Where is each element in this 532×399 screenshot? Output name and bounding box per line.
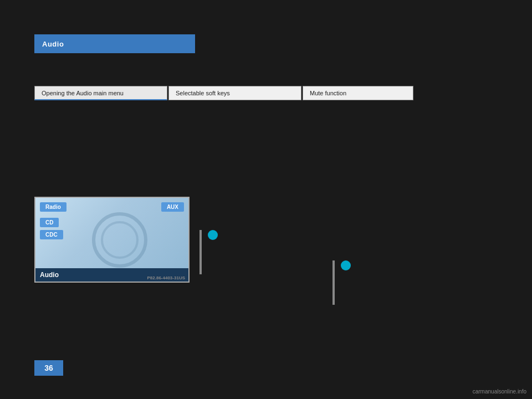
page-number-badge: 36: [34, 360, 63, 376]
section-header: Audio: [34, 34, 195, 53]
tab-opening-audio-main-menu[interactable]: Opening the Audio main menu: [34, 86, 167, 100]
car-display-screen: Radio AUX CD CDC Audio P82.86-4403-31US: [34, 197, 190, 283]
section-title: Audio: [42, 40, 64, 48]
display-cdc-button[interactable]: CDC: [40, 230, 63, 239]
tab-selectable-soft-keys[interactable]: Selectable soft keys: [168, 86, 301, 100]
watermark: carmanualsonline.info: [473, 388, 526, 395]
speaker-watermark: [92, 212, 147, 268]
tab-mute-function[interactable]: Mute function: [303, 86, 413, 100]
indicator-dot-1: [208, 230, 218, 240]
display-cd-button[interactable]: CD: [40, 218, 59, 227]
part-number: P82.86-4403-31US: [147, 275, 186, 280]
display-audio-label: Audio P82.86-4403-31US: [35, 268, 188, 282]
display-inner: Radio AUX CD CDC Audio P82.86-4403-31US: [35, 198, 188, 282]
display-aux-button[interactable]: AUX: [161, 202, 184, 212]
connector-line-2: [332, 260, 335, 305]
display-radio-button[interactable]: Radio: [40, 202, 66, 212]
tab-navigation: Opening the Audio main menu Selectable s…: [34, 86, 498, 100]
connector-line-1: [200, 230, 202, 274]
indicator-dot-2: [341, 260, 351, 270]
